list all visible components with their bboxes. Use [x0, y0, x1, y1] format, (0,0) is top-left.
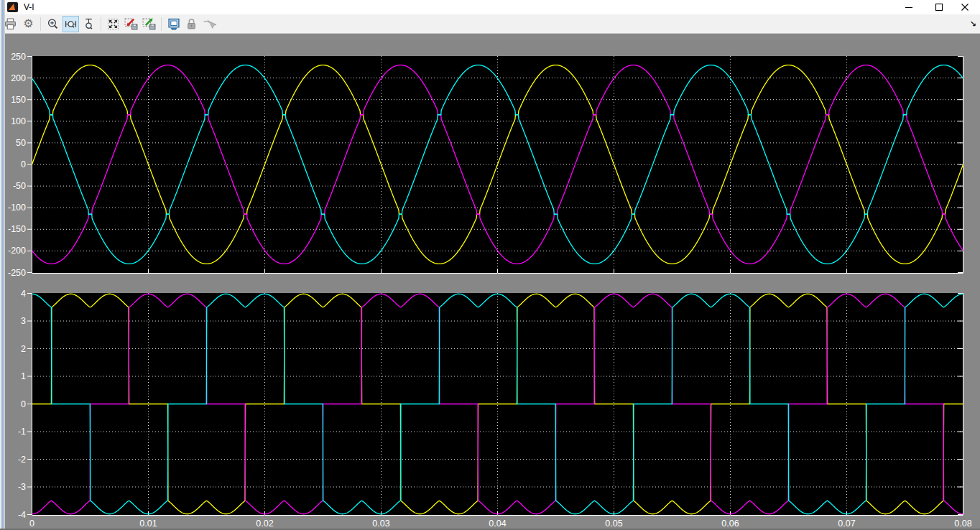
x-tick-label: 0.08 [948, 519, 979, 529]
y-tick-label: 1 [1, 371, 26, 381]
maximize-button[interactable] [928, 0, 950, 14]
y-tick-label: 100 [1, 116, 26, 126]
close-button[interactable] [954, 0, 976, 14]
maximize-icon [935, 3, 943, 11]
current-plot-canvas[interactable] [27, 293, 963, 516]
y-tick-label: -100 [1, 203, 26, 213]
print-icon [4, 18, 17, 30]
zoom-icon [47, 18, 59, 30]
y-tick-label: 2 [1, 344, 26, 354]
toolbar-separator [161, 17, 162, 31]
close-icon [961, 3, 969, 11]
y-tick-label: 0 [1, 399, 26, 409]
y-tick-label: 200 [1, 73, 26, 83]
zoom-y-button[interactable] [80, 16, 97, 32]
zoom-x-button[interactable] [63, 16, 79, 32]
signal-selection-icon [203, 18, 216, 30]
restore-axes-icon [142, 18, 156, 30]
x-tick-label: 0.07 [831, 519, 863, 529]
autoscale-icon [107, 18, 119, 30]
y-tick-label: -50 [1, 181, 26, 191]
y-tick-label: 50 [1, 138, 26, 148]
y-tick-label: -250 [1, 268, 26, 278]
toolbar-separator [101, 17, 101, 31]
gear-icon: ⚙ [23, 18, 33, 29]
background-window-edge [0, 0, 5, 530]
x-tick-label: 0.01 [133, 519, 165, 529]
autoscale-button[interactable] [105, 16, 121, 32]
y-tick-label: 3 [1, 316, 26, 326]
y-tick-label: 150 [1, 95, 26, 105]
minimize-icon [905, 3, 913, 11]
save-axes-icon [124, 18, 138, 30]
y-tick-label: -150 [1, 224, 26, 234]
x-tick-label: 0.03 [366, 519, 397, 529]
restore-axes-button[interactable] [141, 16, 157, 32]
zoom-button[interactable] [45, 16, 61, 32]
signal-selection-button[interactable] [201, 16, 218, 32]
y-tick-label: 250 [1, 52, 26, 62]
x-tick-label: 0 [17, 519, 48, 529]
lock-axes-button[interactable] [183, 16, 200, 32]
x-tick-label: 0.05 [598, 519, 630, 529]
minimize-button[interactable] [898, 0, 920, 14]
y-tick-label: -2 [1, 455, 26, 465]
y-tick-label: -3 [1, 482, 26, 492]
y-tick-label: 0 [1, 159, 26, 169]
x-tick-label: 0.06 [715, 519, 746, 529]
window-title: V-I [24, 2, 34, 12]
save-axes-button[interactable] [123, 16, 139, 32]
floating-scope-button[interactable] [165, 16, 182, 32]
toolbar-separator [40, 17, 41, 31]
zoom-x-icon [65, 18, 77, 30]
lock-icon [185, 18, 198, 30]
scope-window: V-I ⚙ [0, 0, 980, 530]
toolbar-overflow-arrow[interactable]: ↘ [970, 19, 976, 29]
matlab-scope-icon [7, 2, 18, 12]
floating-scope-icon [167, 18, 180, 30]
x-tick-label: 0.02 [249, 519, 281, 529]
parameters-button[interactable]: ⚙ [20, 16, 37, 32]
zoom-y-icon [83, 18, 95, 30]
y-tick-label: -1 [1, 427, 26, 437]
toolbar: ⚙ [0, 14, 980, 34]
voltage-plot-canvas[interactable] [27, 56, 963, 274]
y-tick-label: 4 [1, 289, 26, 299]
y-tick-label: -200 [1, 246, 26, 256]
x-tick-label: 0.04 [482, 519, 514, 529]
title-bar: V-I [0, 0, 980, 14]
